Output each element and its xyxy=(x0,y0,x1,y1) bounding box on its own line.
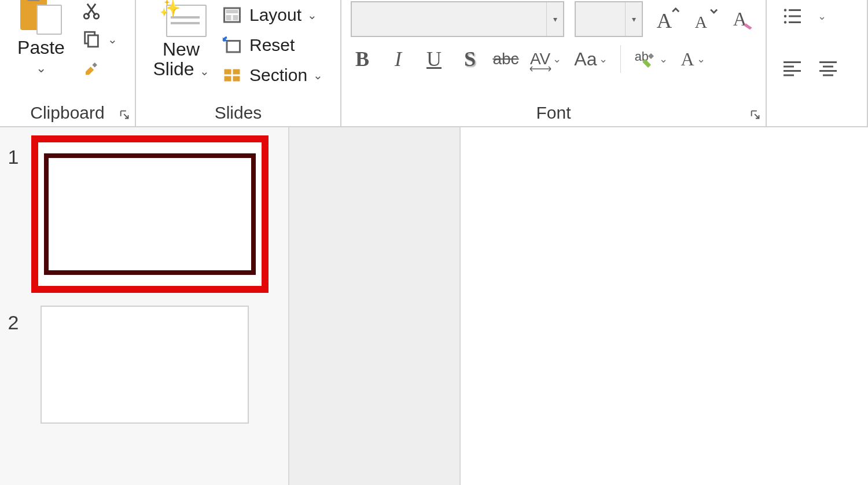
svg-rect-26 xyxy=(784,75,794,76)
svg-point-1 xyxy=(94,14,99,19)
layout-button[interactable]: Layout ⌄ xyxy=(220,0,323,30)
align-left-icon xyxy=(781,58,804,79)
font-name-input[interactable] xyxy=(352,2,546,36)
slide-thumbnail-2[interactable] xyxy=(41,306,249,424)
highlight-dropdown[interactable]: ⌄ xyxy=(659,53,668,65)
highlight-icon: ab xyxy=(634,47,657,71)
layout-label: Layout xyxy=(249,5,301,25)
section-icon xyxy=(220,64,244,87)
strikethrough-button[interactable]: abc xyxy=(494,45,517,73)
change-case-dropdown[interactable]: ⌄ xyxy=(599,53,608,65)
paste-label: Paste xyxy=(17,37,65,58)
cut-button[interactable] xyxy=(81,0,102,21)
clear-formatting-icon: A xyxy=(731,6,756,32)
group-font: ▾ ▾ A A A B I U S xyxy=(341,0,767,126)
svg-rect-10 xyxy=(225,76,231,82)
svg-text:A: A xyxy=(733,9,747,30)
highlight-button[interactable]: ab ⌄ xyxy=(634,47,668,71)
section-dropdown[interactable]: ⌄ xyxy=(313,68,323,82)
change-case-icon: Aa xyxy=(574,49,597,70)
svg-point-17 xyxy=(784,9,787,12)
new-slide-button[interactable]: ✨ New Slide ⌄ xyxy=(146,0,216,97)
svg-text:A: A xyxy=(657,9,672,32)
italic-button[interactable]: I xyxy=(387,45,410,73)
font-color-button[interactable]: A ⌄ xyxy=(681,49,705,70)
svg-rect-6 xyxy=(226,15,231,20)
separator xyxy=(620,45,621,73)
decrease-font-button[interactable]: A xyxy=(692,5,719,33)
workspace: 1 2 xyxy=(0,127,868,485)
svg-rect-22 xyxy=(789,21,801,23)
change-case-button[interactable]: Aa ⌄ xyxy=(574,49,608,70)
svg-rect-18 xyxy=(789,9,801,11)
group-paragraph: ⌄ xyxy=(767,0,868,126)
section-label: Section xyxy=(249,65,307,85)
underline-button[interactable]: U xyxy=(422,45,446,73)
font-launcher[interactable] xyxy=(749,109,762,122)
font-name-combo[interactable]: ▾ xyxy=(351,1,564,37)
font-color-dropdown[interactable]: ⌄ xyxy=(697,53,705,65)
slide-canvas[interactable] xyxy=(461,127,868,485)
svg-rect-20 xyxy=(789,16,801,17)
paste-dropdown[interactable]: ⌄ xyxy=(36,61,46,76)
increase-font-icon: A xyxy=(654,6,680,32)
char-spacing-dropdown[interactable]: ⌄ xyxy=(553,53,561,65)
slide-thumbnail-1[interactable] xyxy=(31,135,269,293)
char-spacing-icon: AV xyxy=(530,50,550,68)
bullets-icon xyxy=(781,6,804,27)
slide-thumbnail-1-content xyxy=(44,153,256,275)
svg-rect-24 xyxy=(784,66,794,68)
paintbrush-icon xyxy=(81,58,102,79)
font-name-dropdown[interactable]: ▾ xyxy=(546,2,563,36)
format-painter-button[interactable] xyxy=(81,58,102,79)
new-slide-label: New Slide ⌄ xyxy=(153,39,209,81)
font-size-combo[interactable]: ▾ xyxy=(575,1,643,37)
svg-point-19 xyxy=(784,15,787,18)
svg-rect-9 xyxy=(225,69,231,75)
layout-icon xyxy=(220,3,244,27)
group-label-clipboard: Clipboard xyxy=(0,103,135,123)
font-size-input[interactable] xyxy=(576,2,625,36)
group-label-font: Font xyxy=(341,103,766,123)
clear-formatting-button[interactable]: A xyxy=(730,5,757,33)
svg-rect-3 xyxy=(88,35,98,47)
section-button[interactable]: Section ⌄ xyxy=(220,60,323,90)
bullets-button[interactable] xyxy=(779,5,805,28)
increase-font-button[interactable]: A xyxy=(653,5,681,33)
align-center-button[interactable] xyxy=(815,57,841,80)
svg-rect-11 xyxy=(233,69,240,75)
slide-thumbnail-panel: 1 2 xyxy=(0,127,289,485)
svg-rect-7 xyxy=(233,15,238,20)
scissors-icon xyxy=(81,0,102,21)
svg-point-21 xyxy=(784,21,787,24)
new-slide-icon: ✨ xyxy=(157,0,205,37)
svg-rect-30 xyxy=(823,75,833,76)
copy-dropdown[interactable]: ⌄ xyxy=(108,32,117,46)
copy-icon xyxy=(81,29,102,50)
new-slide-dropdown[interactable]: ⌄ xyxy=(200,65,209,78)
layout-dropdown[interactable]: ⌄ xyxy=(307,8,317,22)
group-slides: ✨ New Slide ⌄ Layout ⌄ Reset xyxy=(136,0,341,126)
editor-gutter xyxy=(289,127,461,485)
shadow-button[interactable]: S xyxy=(458,45,481,73)
svg-rect-23 xyxy=(784,61,801,63)
svg-rect-5 xyxy=(226,10,238,13)
reset-button[interactable]: Reset xyxy=(220,30,323,60)
bullets-dropdown[interactable]: ⌄ xyxy=(818,10,826,23)
clipboard-launcher[interactable] xyxy=(119,109,131,122)
group-label-slides: Slides xyxy=(136,103,340,123)
svg-rect-28 xyxy=(823,66,833,68)
paste-icon xyxy=(19,0,63,34)
paste-button[interactable]: Paste ⌄ xyxy=(15,0,67,79)
align-left-button[interactable] xyxy=(779,57,805,80)
slide-number-1: 1 xyxy=(0,135,27,168)
group-clipboard: Paste ⌄ ⌄ xyxy=(0,0,136,126)
reset-label: Reset xyxy=(249,35,295,55)
copy-button[interactable]: ⌄ xyxy=(81,29,117,50)
char-spacing-button[interactable]: AV ⌄ xyxy=(530,50,561,68)
svg-rect-27 xyxy=(819,61,837,63)
slide-number-2: 2 xyxy=(0,301,27,334)
bold-button[interactable]: B xyxy=(351,45,374,73)
svg-text:A: A xyxy=(695,13,707,31)
font-size-dropdown[interactable]: ▾ xyxy=(625,2,642,36)
